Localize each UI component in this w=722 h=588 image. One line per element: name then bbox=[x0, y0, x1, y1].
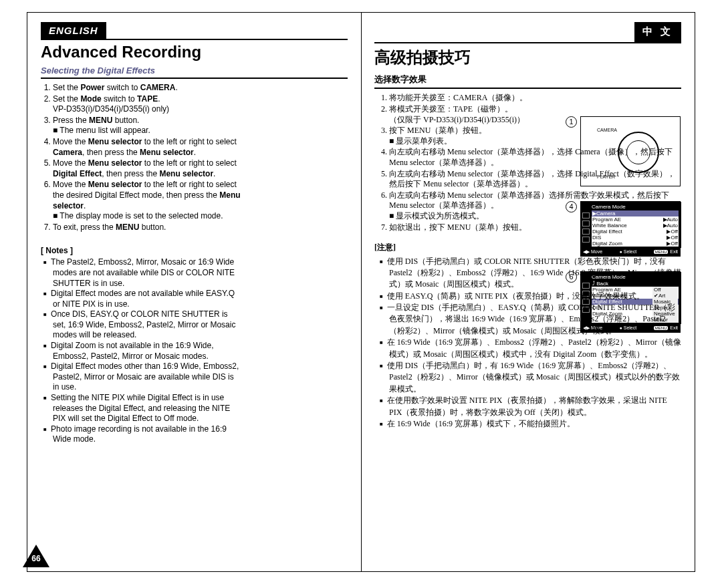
list-item: 按下 MENU（菜单）按钮。■ 显示菜单列表。 bbox=[389, 126, 681, 146]
manual-page: ENGLISH Advanced Recording Selecting the… bbox=[27, 12, 695, 572]
list-item: Setting the NITE PIX while Digital Effec… bbox=[53, 393, 241, 424]
section-subtitle-en: Selecting the Digital Effects bbox=[41, 65, 348, 79]
list-item: Move the Menu selector to the left or ri… bbox=[53, 158, 241, 179]
steps-list-en: Set the Power switch to CAMERA.Set the M… bbox=[41, 83, 241, 233]
list-item: 使用 DIS（手把动黑白）时，有 16:9 Wide（16:9 宽屏幕）、Emb… bbox=[389, 360, 681, 395]
left-column: ENGLISH Advanced Recording Selecting the… bbox=[27, 13, 361, 571]
english-body: Set the Power switch to CAMERA.Set the M… bbox=[41, 83, 241, 445]
page-number-badge: 66 bbox=[23, 545, 49, 567]
list-item: 将功能开关拨至：CAMERA（摄像）。 bbox=[389, 93, 681, 104]
list-item: To exit, press the MENU button. bbox=[53, 223, 241, 233]
rule bbox=[374, 42, 681, 43]
list-item: 在 16:9 Wide（16:9 宽屏幕）、Emboss2（浮雕2）、Paste… bbox=[389, 337, 681, 360]
list-item: Set the Power switch to CAMERA. bbox=[53, 83, 241, 94]
list-item: 使用 EASY.Q（简易）或 NITE PIX（夜景拍摄）时，没有数字效果模式。 bbox=[389, 291, 681, 302]
notes-heading-cn: [注意] bbox=[374, 242, 681, 253]
list-item: Move the Menu selector to the left or ri… bbox=[53, 137, 241, 158]
list-item: Once DIS, EASY.Q or COLOR NITE SHUTTER i… bbox=[53, 309, 241, 341]
notes-heading-en: [ Notes ] bbox=[41, 246, 241, 255]
list-item: 向左或向右移动 Menu selector（菜单选择器），选择 Camera（摄… bbox=[389, 147, 681, 168]
page-title-en: Advanced Recording bbox=[41, 43, 348, 61]
list-item: Photo image recording is not available i… bbox=[53, 424, 241, 445]
list-item: 向左或向右移动 Menu selector（菜单选择器），选择 Digital … bbox=[389, 169, 681, 190]
section-subtitle-cn: 选择数字效果 bbox=[374, 74, 681, 90]
list-item: The Pastel2, Emboss2, Mirror, Mosaic or … bbox=[53, 257, 241, 289]
lang-tab-chinese: 中 文 bbox=[634, 22, 681, 42]
list-item: Digital Zoom is not available in the 16:… bbox=[53, 341, 241, 361]
lang-tab-english: ENGLISH bbox=[41, 22, 106, 39]
notes-list-en: The Pastel2, Emboss2, Mirror, Mosaic or … bbox=[41, 257, 241, 445]
rule bbox=[41, 39, 348, 40]
page-title-cn: 高级拍摄技巧 bbox=[374, 46, 681, 69]
list-item: 向左或向右移动 Menu selector（菜单选择器）选择所需数字效果模式，然… bbox=[389, 190, 681, 222]
right-column: 中 文 高级拍摄技巧 选择数字效果 将功能开关拨至：CAMERA（摄像）。将模式… bbox=[361, 13, 695, 571]
list-item: 在 16:9 Wide（16:9 宽屏幕）模式下，不能拍摄照片。 bbox=[389, 418, 681, 430]
list-item: 如欲退出，按下 MENU（菜单）按钮。 bbox=[389, 223, 681, 233]
list-item: 一旦设定 DIS（手把动黑白）、EASY.Q（简易）或 COLOR NITE S… bbox=[389, 302, 681, 337]
notes-list-cn: 使用 DIS（手把动黑白）或 COLOR NITE SHUTTER（彩色夜景快门… bbox=[374, 256, 681, 430]
list-item: Digital Effect modes are not available w… bbox=[53, 289, 241, 309]
list-item: 使用 DIS（手把动黑白）或 COLOR NITE SHUTTER（彩色夜景快门… bbox=[389, 256, 681, 291]
list-item: 将模式开关拨至：TAPE（磁带）。（仅限于 VP-D353(i)/D354(i)… bbox=[389, 104, 681, 125]
list-item: Move the Menu selector to the left or ri… bbox=[53, 180, 241, 221]
list-item: Digital Effect modes other than 16:9 Wid… bbox=[53, 361, 241, 393]
list-item: 在使用数字效果时设置 NITE PIX（夜景拍摄），将解除数字效果，采退出 NI… bbox=[389, 395, 681, 418]
page-number: 66 bbox=[29, 554, 43, 563]
list-item: Press the MENU button.■ The menu list wi… bbox=[53, 116, 241, 136]
steps-list-cn: 将功能开关拨至：CAMERA（摄像）。将模式开关拨至：TAPE（磁带）。（仅限于… bbox=[374, 93, 681, 233]
list-item: Set the Mode switch to TAPE.VP-D353(i)/D… bbox=[53, 94, 241, 115]
